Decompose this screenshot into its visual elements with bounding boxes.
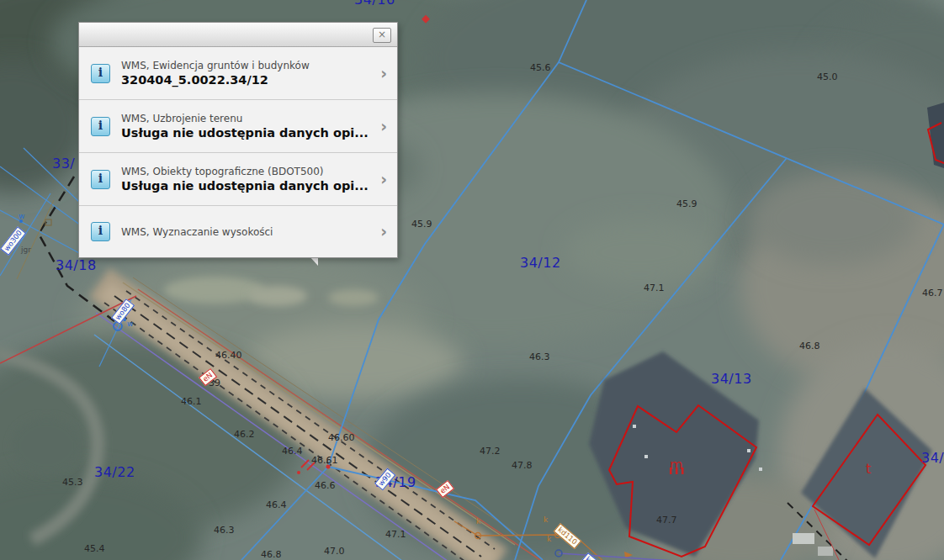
chevron-right-icon[interactable]: › [372,119,387,135]
parcel-label: 34/ [921,450,944,466]
elevation-label: 47.7 [656,515,677,526]
info-icon: i [91,222,110,241]
chevron-right-icon[interactable]: › [372,172,387,188]
chevron-right-icon[interactable]: › [372,66,387,82]
wms-layer-value: 320404_5.0022.34/12 [121,72,372,88]
utility-mark: k [547,535,551,543]
utility-mark: k [476,517,480,526]
wms-result-row[interactable]: i WMS, Wyznaczanie wysokości › [79,206,397,257]
popup-header: × [79,23,397,47]
wms-layer-title: WMS, Obiekty topograficzne (BDOT500) [121,165,372,178]
parcel-label: 34/12 [520,255,561,271]
feature-info-popup: × i WMS, Ewidencja gruntów i budynków 32… [78,22,398,258]
map-canvas[interactable]: 34/16 33/ 34/18 34/12 34/13 34/19 34/22 … [0,0,944,560]
parcel-label: 34/18 [56,257,97,273]
wms-layer-title: WMS, Uzbrojenie terenu [121,112,372,125]
elevation-label: 46.61 [311,455,338,466]
elevation-label: 45.3 [62,477,83,488]
elevation-label: 46.1 [181,396,202,407]
parcel-label: 34/22 [94,464,135,480]
wms-layer-value: Usługa nie udostępnia danych opi... [121,178,372,194]
info-icon: i [91,117,110,136]
elevation-label: 47.0 [324,546,345,557]
row-text: WMS, Ewidencja gruntów i budynków 320404… [121,59,372,88]
info-icon: i [91,64,110,83]
wms-layer-title: WMS, Wyznaczanie wysokości [121,225,372,239]
info-icon: i [91,170,110,189]
elevation-label: 47.1 [644,283,665,293]
wms-result-row[interactable]: i WMS, Ewidencja gruntów i budynków 3204… [79,47,397,100]
elevation-label: 47.2 [480,446,501,457]
elevation-label: 45.6 [530,62,551,73]
row-text: WMS, Uzbrojenie terenu Usługa nie udostę… [121,112,372,141]
elevation-label: 46.4 [282,446,303,457]
chevron-right-icon[interactable]: › [372,224,387,240]
elevation-label: 46.40 [215,350,242,361]
utility-mark: w [127,320,133,328]
elevation-label: 46.7 [922,288,943,298]
elevation-label: 47.1 [385,529,406,540]
row-text: WMS, Wyznaczanie wysokości [121,225,372,239]
parcel-label: 34/16 [354,0,395,8]
parcel-label: 34/13 [711,371,752,387]
wms-result-row[interactable]: i WMS, Obiekty topograficzne (BDOT500) U… [79,153,397,206]
wms-result-row[interactable]: i WMS, Uzbrojenie terenu Usługa nie udos… [79,100,397,153]
utility-mark: k [544,515,548,524]
utility-mark: jgr [21,246,31,254]
wms-layer-title: WMS, Ewidencja gruntów i budynków [121,59,372,72]
wms-layer-value: Usługa nie udostępnia danych opi... [121,125,372,141]
building-letter: t [866,461,871,477]
elevation-label: 46.60 [328,432,355,443]
elevation-label: 46.2 [234,429,255,440]
elevation-label: 46.3 [214,525,235,536]
close-icon[interactable]: × [373,28,391,43]
elevation-label: 45.0 [817,71,838,82]
utility-mark: w [19,212,24,220]
elevation-label: 46.8 [799,341,820,351]
elevation-label: 46.3 [529,351,550,362]
elevation-label: 45.9 [676,198,697,209]
elevation-label: 45.4 [84,543,105,554]
row-text: WMS, Obiekty topograficzne (BDOT500) Usł… [121,165,372,194]
elevation-label: 45.9 [411,219,432,230]
elevation-label: 47.8 [512,460,533,471]
elevation-label: 46.6 [315,480,336,491]
elevation-label: 46.8 [261,549,282,560]
parcel-label: 33/ [52,156,75,172]
building-letter: m [670,457,683,473]
elevation-label: 46.4 [266,499,287,510]
